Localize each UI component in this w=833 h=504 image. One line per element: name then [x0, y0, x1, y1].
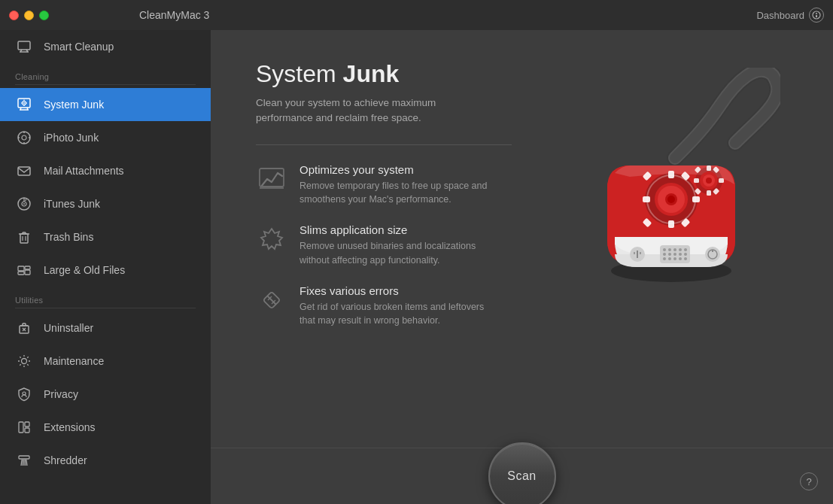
scan-button[interactable]: Scan	[488, 442, 556, 504]
svg-line-28	[26, 199, 27, 202]
feature-text-fixes: Fixes various errors Get rid of various …	[299, 284, 484, 329]
feature-title-fixes: Fixes various errors	[299, 284, 484, 297]
svg-point-113	[705, 247, 720, 262]
svg-point-18	[22, 135, 26, 140]
maximize-button[interactable]	[39, 11, 49, 20]
svg-point-112	[684, 257, 687, 260]
dashboard-label: Dashboard	[756, 10, 804, 21]
svg-rect-23	[18, 167, 30, 175]
content-body: System Junk Clean your system to achieve…	[211, 30, 833, 448]
svg-rect-72	[643, 196, 650, 202]
privacy-icon	[15, 385, 33, 403]
sidebar: Smart Cleanup Cleaning	[0, 30, 211, 504]
utilities-divider	[15, 308, 196, 308]
svg-point-105	[673, 253, 676, 256]
content-area: System Junk Clean your system to achieve…	[211, 30, 833, 504]
feature-desc-optimize: Remove temporary files to free up space …	[299, 179, 487, 208]
minimize-button[interactable]	[24, 11, 34, 20]
sidebar-item-shredder[interactable]: Shredder	[0, 444, 211, 477]
svg-point-1	[816, 13, 817, 14]
sidebar-item-itunes-junk[interactable]: iTunes Junk	[0, 187, 211, 220]
vacuum-container	[555, 68, 780, 308]
svg-point-98	[663, 248, 666, 251]
svg-point-111	[679, 257, 682, 260]
svg-rect-49	[19, 422, 23, 433]
help-button[interactable]: ?	[800, 472, 818, 490]
smart-cleanup-label: Smart Cleanup	[44, 41, 114, 53]
page-subtitle: Clean your system to achieve maximumperf…	[256, 96, 512, 126]
large-old-files-label: Large & Old Files	[44, 264, 125, 276]
sidebar-item-smart-cleanup[interactable]: Smart Cleanup	[0, 30, 211, 63]
svg-point-9	[23, 102, 25, 104]
feature-list: Optimizes your system Remove temporary f…	[256, 163, 524, 329]
svg-point-100	[673, 248, 676, 251]
feature-text-optimize: Optimizes your system Remove temporary f…	[299, 163, 487, 208]
svg-point-106	[679, 253, 682, 256]
cleaning-divider	[15, 84, 196, 85]
extensions-icon	[15, 418, 33, 436]
svg-rect-3	[18, 41, 30, 50]
svg-rect-85	[694, 178, 699, 183]
mail-icon	[15, 162, 33, 180]
extensions-label: Extensions	[44, 421, 95, 433]
app-title: CleanMyMac 3	[139, 9, 209, 21]
feature-item-fixes: Fixes various errors Get rid of various …	[256, 284, 524, 329]
feature-item-optimize: Optimizes your system Remove temporary f…	[256, 163, 524, 208]
svg-point-101	[679, 248, 682, 251]
sidebar-item-mail-attachments[interactable]: Mail Attachments	[0, 154, 211, 187]
feature-desc-slims: Remove unused binaries and localizations…	[299, 239, 476, 268]
fixes-icon	[256, 284, 287, 316]
content-left: System Junk Clean your system to achieve…	[256, 60, 524, 417]
dashboard-button[interactable]: Dashboard	[756, 8, 824, 23]
close-button[interactable]	[9, 11, 19, 20]
page-title-bold: Junk	[343, 60, 400, 87]
shredder-icon	[15, 451, 33, 469]
large-files-icon	[15, 261, 33, 279]
vacuum-illustration-area	[540, 60, 795, 417]
svg-rect-83	[707, 190, 711, 196]
sidebar-item-iphoto-junk[interactable]: iPhoto Junk	[0, 121, 211, 154]
content-divider	[256, 144, 512, 145]
traffic-lights	[9, 11, 49, 20]
sidebar-item-maintenance[interactable]: Maintenance	[0, 345, 211, 378]
svg-rect-69	[668, 171, 674, 178]
titlebar: CleanMyMac 3 Dashboard	[0, 0, 833, 30]
svg-line-57	[26, 460, 26, 466]
iphoto-junk-label: iPhoto Junk	[44, 132, 99, 144]
feature-item-slims: Slims application size Remove unused bin…	[256, 223, 524, 268]
svg-point-99	[668, 248, 671, 251]
sidebar-item-trash-bins[interactable]: Trash Bins	[0, 220, 211, 254]
mail-attachments-label: Mail Attachments	[44, 165, 124, 177]
shredder-label: Shredder	[44, 454, 87, 466]
smart-cleanup-icon	[15, 38, 33, 56]
uninstaller-icon	[15, 319, 33, 337]
svg-rect-51	[25, 428, 29, 433]
privacy-label: Privacy	[44, 388, 78, 400]
feature-title-slims: Slims application size	[299, 223, 476, 236]
bottom-bar: Scan ?	[211, 448, 833, 504]
trash-bins-label: Trash Bins	[44, 231, 93, 243]
system-junk-icon	[15, 96, 33, 114]
svg-point-17	[18, 132, 30, 144]
sidebar-item-system-junk[interactable]: System Junk	[0, 88, 211, 121]
sidebar-item-extensions[interactable]: Extensions	[0, 411, 211, 444]
svg-line-55	[26, 460, 27, 466]
page-title-light: System	[256, 60, 336, 87]
itunes-junk-label: iTunes Junk	[44, 198, 100, 210]
main-layout: Smart Cleanup Cleaning	[0, 30, 833, 504]
itunes-icon	[15, 195, 33, 213]
page-title: System Junk	[256, 60, 524, 88]
svg-point-26	[23, 203, 25, 205]
svg-point-109	[668, 257, 671, 260]
svg-point-80	[667, 196, 675, 203]
sidebar-item-uninstaller[interactable]: Uninstaller	[0, 311, 211, 345]
svg-line-56	[23, 460, 23, 466]
system-junk-label: System Junk	[44, 99, 104, 111]
cleaning-section-label: Cleaning	[0, 63, 211, 84]
dashboard-icon	[809, 8, 824, 23]
svg-point-108	[663, 257, 666, 260]
svg-line-53	[21, 460, 22, 466]
sidebar-item-privacy[interactable]: Privacy	[0, 378, 211, 411]
svg-point-92	[706, 178, 712, 184]
sidebar-item-large-old-files[interactable]: Large & Old Files	[0, 254, 211, 287]
